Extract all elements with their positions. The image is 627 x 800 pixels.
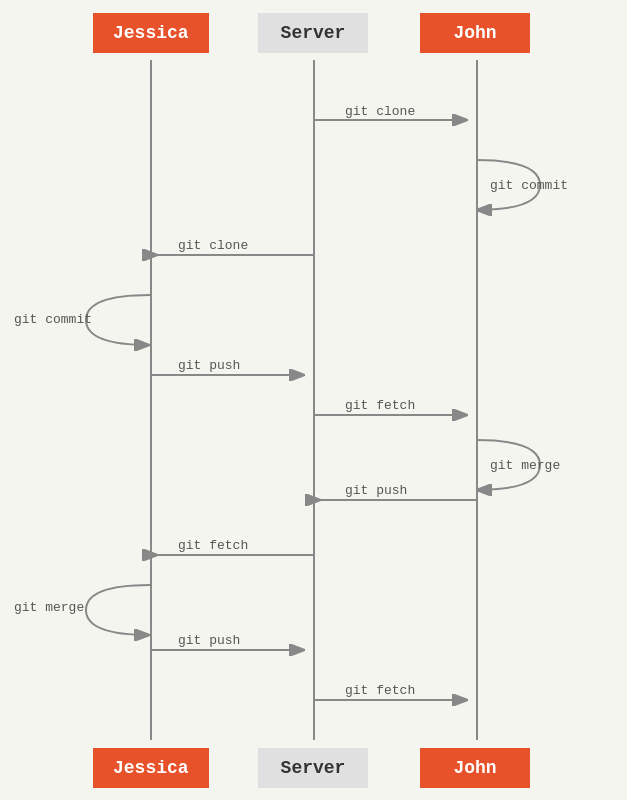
label-arrow7: git merge [490, 458, 560, 473]
jessica-bottom-box: Jessica [93, 748, 209, 788]
server-top-box: Server [258, 13, 368, 53]
label-arrow4: git commit [14, 312, 92, 327]
label-arrow3: git clone [178, 238, 248, 253]
server-lifeline [313, 60, 315, 740]
sequence-diagram: Jessica Server John [0, 0, 627, 800]
label-arrow12: git fetch [345, 683, 415, 698]
label-arrow5: git push [178, 358, 240, 373]
label-arrow1: git clone [345, 104, 415, 119]
john-top-box: John [420, 13, 530, 53]
label-arrow2: git commit [490, 178, 568, 193]
label-arrow9: git fetch [178, 538, 248, 553]
john-bottom-box: John [420, 748, 530, 788]
label-arrow6: git fetch [345, 398, 415, 413]
server-bottom-box: Server [258, 748, 368, 788]
jessica-top-box: Jessica [93, 13, 209, 53]
label-arrow8: git push [345, 483, 407, 498]
label-arrow10: git merge [14, 600, 84, 615]
jessica-lifeline [150, 60, 152, 740]
label-arrow11: git push [178, 633, 240, 648]
john-lifeline [476, 60, 478, 740]
